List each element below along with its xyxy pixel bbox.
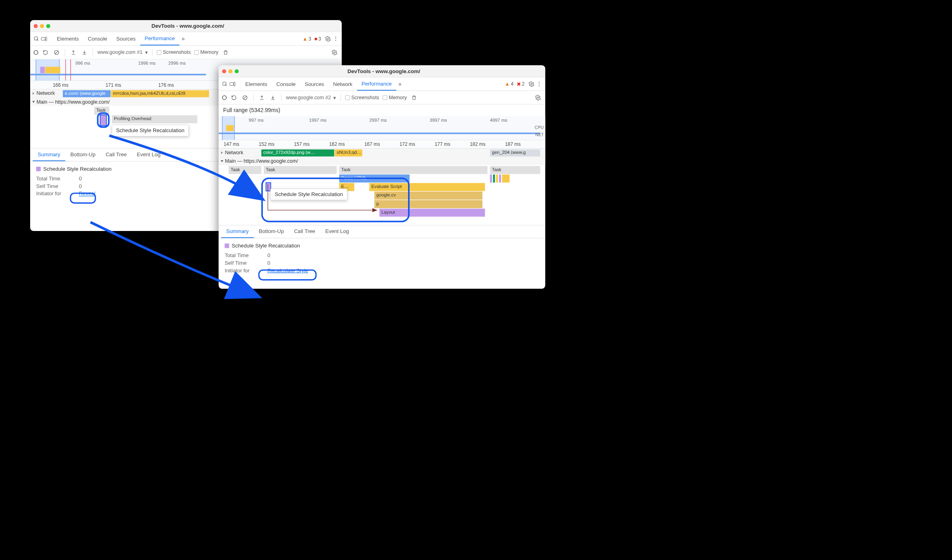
reload-icon[interactable]	[230, 94, 238, 101]
svg-point-10	[531, 83, 532, 84]
garbage-icon[interactable]	[410, 94, 418, 101]
upload-icon[interactable]	[258, 94, 266, 101]
record-button[interactable]	[222, 95, 227, 100]
record-button[interactable]	[34, 50, 38, 55]
flame-chart[interactable]: Task Task Task Task Parse HTML E… Evalua…	[219, 165, 546, 225]
flame-task[interactable]: Task	[264, 166, 336, 174]
memory-checkbox[interactable]: Memory	[383, 95, 407, 100]
annotation-circle	[97, 112, 109, 128]
warnings-badge[interactable]: ▲4	[505, 81, 514, 87]
tab-event-log[interactable]: Event Log	[320, 225, 354, 238]
tab-console[interactable]: Console	[272, 78, 300, 91]
flame-task[interactable]: Task	[490, 166, 540, 174]
flame-sliver[interactable]	[493, 174, 495, 182]
tab-performance[interactable]: Performance	[357, 78, 396, 91]
flame-task[interactable]: Task	[229, 166, 261, 174]
profile-name: www.google.com #2	[286, 95, 331, 100]
main-track-label: Main — https://www.google.com/	[225, 158, 298, 164]
memory-label: Memory	[389, 95, 407, 100]
expand-icon[interactable]	[221, 151, 223, 154]
upload-icon[interactable]	[70, 49, 77, 56]
gear-icon[interactable]	[331, 49, 339, 56]
tab-summary[interactable]: Summary	[33, 148, 65, 161]
profile-select[interactable]: www.google.com #1 ▾	[98, 49, 148, 55]
network-request[interactable]: color_272x92dp.png (w…	[261, 149, 334, 157]
profile-select[interactable]: www.google.com #2 ▾	[286, 94, 336, 100]
gear-icon[interactable]	[534, 94, 542, 101]
cpu-label: CPU	[535, 125, 544, 130]
overview-tick: 996 ms	[76, 61, 90, 66]
tab-call-tree[interactable]: Call Tree	[101, 148, 132, 161]
more-tabs-icon[interactable]: »	[396, 80, 404, 88]
gear-icon[interactable]	[528, 80, 536, 88]
screenshots-label: Screenshots	[163, 49, 191, 55]
garbage-icon[interactable]	[222, 49, 230, 56]
timeline-overview[interactable]: CPU NET 997 ms 1997 ms 2997 ms 3997 ms 4…	[219, 116, 546, 140]
more-tabs-icon[interactable]: »	[179, 35, 187, 43]
tab-sources[interactable]: Sources	[112, 32, 140, 45]
errors-badge[interactable]: ✖2	[517, 81, 525, 87]
network-request[interactable]: e.com/ (www.google	[63, 90, 111, 97]
tab-elements[interactable]: Elements	[241, 78, 272, 91]
svg-line-5	[55, 51, 58, 54]
clear-icon[interactable]	[53, 49, 60, 56]
tab-bottom-up[interactable]: Bottom-Up	[254, 225, 289, 238]
errors-badge[interactable]: ■3	[314, 36, 321, 41]
total-time-value: 0	[267, 252, 270, 258]
inspect-icon[interactable]	[33, 35, 40, 43]
flame-sliver[interactable]	[496, 174, 498, 182]
tab-network[interactable]: Network	[328, 78, 357, 91]
window-title: DevTools - www.google.com/	[226, 68, 542, 74]
main-track-label: Main — https://www.google.com/	[37, 99, 110, 104]
time-ruler[interactable]: 147 ms 152 ms 157 ms 162 ms 167 ms 172 m…	[219, 140, 546, 149]
tab-summary[interactable]: Summary	[221, 225, 254, 238]
inspect-icon[interactable]	[221, 80, 229, 88]
network-request[interactable]: gen_204 (www.g	[490, 149, 540, 157]
details-tabs: Summary Bottom-Up Call Tree Event Log	[219, 225, 546, 239]
tab-sources[interactable]: Sources	[300, 78, 329, 91]
clear-icon[interactable]	[241, 94, 249, 101]
tab-call-tree[interactable]: Call Tree	[289, 225, 320, 238]
tab-bottom-up[interactable]: Bottom-Up	[65, 148, 101, 161]
reload-icon[interactable]	[42, 49, 49, 56]
flame-sliver[interactable]	[502, 174, 510, 182]
network-request[interactable]: m=cdos,hsm,jsa,mb4ZUb,d,csi,cEt9	[111, 90, 209, 97]
err-count: 2	[522, 81, 525, 87]
flame-profiling-overhead[interactable]: Profiling Overhead	[112, 115, 197, 123]
download-icon[interactable]	[81, 49, 88, 56]
expand-icon[interactable]	[32, 101, 35, 102]
svg-line-12	[244, 96, 246, 99]
gear-icon[interactable]	[324, 35, 332, 43]
svg-rect-2	[45, 37, 47, 41]
kebab-icon[interactable]: ⋮	[535, 80, 543, 88]
memory-checkbox[interactable]: Memory	[194, 49, 218, 55]
warnings-badge[interactable]: ▲3	[302, 36, 311, 41]
expand-icon[interactable]	[33, 92, 34, 94]
screenshots-checkbox[interactable]: Screenshots	[157, 49, 191, 55]
self-time-label: Self Time	[36, 183, 72, 189]
tab-event-log[interactable]: Event Log	[132, 148, 166, 161]
ruler-tick: 152 ms	[259, 142, 275, 147]
svg-rect-9	[234, 82, 235, 86]
tab-elements[interactable]: Elements	[52, 32, 83, 45]
titlebar[interactable]: DevTools - www.google.com/	[30, 20, 342, 32]
titlebar[interactable]: DevTools - www.google.com/	[219, 65, 546, 78]
device-icon[interactable]	[40, 35, 48, 43]
overview-tick: 3997 ms	[430, 118, 447, 123]
flame-task[interactable]: Task	[339, 166, 488, 174]
tab-performance[interactable]: Performance	[140, 32, 180, 45]
device-icon[interactable]	[229, 80, 236, 88]
screenshots-checkbox[interactable]: Screenshots	[345, 95, 379, 100]
warn-count: 4	[511, 81, 513, 87]
flame-sliver[interactable]	[490, 174, 492, 182]
net-label: NET	[535, 133, 544, 138]
main-track-header[interactable]: Main — https://www.google.com/	[219, 157, 546, 165]
initiator-label: Initiator for	[36, 190, 72, 196]
flame-sliver[interactable]	[499, 174, 501, 182]
network-request[interactable]: sNUn3,qd…	[335, 149, 363, 157]
expand-icon[interactable]	[221, 160, 223, 162]
kebab-icon[interactable]: ⋮	[332, 35, 339, 43]
ruler-tick: 182 ms	[470, 142, 486, 147]
download-icon[interactable]	[269, 94, 277, 101]
tab-console[interactable]: Console	[83, 32, 112, 45]
